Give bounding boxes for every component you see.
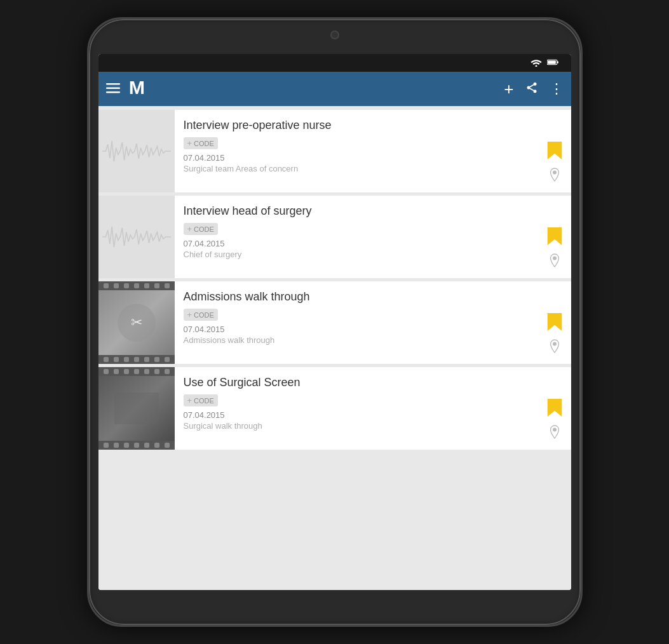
item-subtitle-1: Chief of surgery [184,250,539,259]
camera [330,30,339,39]
item-actions-1 [546,196,571,278]
bookmark-icon-1[interactable] [546,226,564,249]
device-wrapper: M + ⋮ [0,0,669,644]
code-badge-2: + CODE [184,309,218,321]
item-title-1: Interview head of surgery [184,205,539,218]
item-thumbnail-3 [98,367,175,450]
code-label-0: CODE [194,140,214,147]
svg-rect-6 [106,91,120,93]
item-info-0: Interview pre-operative nurse + CODE 07.… [175,110,546,192]
add-icon[interactable]: + [504,79,513,99]
code-label-2: CODE [194,311,214,319]
code-badge-3: + CODE [184,394,218,406]
bookmark-icon-0[interactable] [546,140,564,163]
item-subtitle-0: Surgical team Areas of concern [184,164,539,173]
list-item[interactable]: ✂ Admissions walk through + CODE 07.04.2… [98,281,571,364]
svg-rect-3 [548,60,556,64]
item-thumbnail-2: ✂ [98,281,175,364]
code-badge-1: + CODE [184,223,218,235]
status-bar [98,54,571,72]
app-bar: M + ⋮ [98,72,571,106]
bookmark-icon-3[interactable] [546,398,564,420]
code-plus-icon-0: + [187,138,193,148]
item-date-3: 07.04.2015 [184,410,539,420]
svg-line-11 [530,88,534,90]
app-logo: M [126,75,151,104]
item-title-3: Use of Surgical Screen [184,376,539,389]
item-actions-0 [546,110,571,192]
item-thumbnail-0 [98,110,175,192]
item-date-1: 07.04.2015 [184,239,539,248]
share-icon[interactable] [525,81,538,97]
item-thumbnail-1 [98,196,175,278]
item-actions-3 [546,367,571,450]
item-subtitle-2: Admissions walk through [184,335,539,345]
list-item[interactable]: Interview pre-operative nurse + CODE 07.… [98,110,571,192]
code-badge-0: + CODE [184,137,218,149]
location-icon-2[interactable] [548,339,562,358]
item-info-2: Admissions walk through + CODE 07.04.201… [175,281,546,364]
battery-icon [547,58,558,68]
code-plus-icon-2: + [187,310,193,319]
svg-text:M: M [128,76,144,98]
location-icon-0[interactable] [548,167,562,186]
code-label-1: CODE [194,225,214,233]
svg-point-15 [553,342,556,345]
item-actions-2 [546,281,571,364]
app-bar-actions: + ⋮ [504,79,563,99]
code-label-3: CODE [194,397,214,405]
wifi-icon [530,58,542,69]
svg-point-0 [535,65,537,67]
item-info-1: Interview head of surgery + CODE 07.04.2… [175,196,546,278]
svg-point-8 [533,82,536,85]
svg-rect-4 [106,83,120,85]
item-date-0: 07.04.2015 [184,153,539,163]
more-vert-icon[interactable]: ⋮ [550,81,564,97]
item-date-2: 07.04.2015 [184,325,539,334]
location-icon-3[interactable] [548,424,562,443]
item-subtitle-3: Surgical walk through [184,421,539,431]
device-frame: M + ⋮ [87,17,583,627]
content-list: Interview pre-operative nurse + CODE 07.… [98,106,571,590]
item-title-0: Interview pre-operative nurse [184,119,539,132]
svg-point-9 [527,86,530,89]
screen-area: M + ⋮ [98,54,571,590]
location-icon-1[interactable] [548,253,562,272]
code-plus-icon-3: + [187,396,193,405]
list-item[interactable]: Use of Surgical Screen + CODE 07.04.2015… [98,367,571,450]
svg-point-13 [553,171,556,174]
svg-point-14 [553,257,556,260]
svg-point-16 [553,428,556,431]
svg-point-10 [533,90,536,93]
hamburger-icon[interactable] [106,82,120,97]
svg-line-12 [530,84,534,86]
svg-rect-5 [106,87,120,89]
code-plus-icon-1: + [187,224,193,234]
svg-rect-2 [557,61,558,63]
bookmark-icon-2[interactable] [546,312,564,335]
item-info-3: Use of Surgical Screen + CODE 07.04.2015… [175,367,546,450]
list-item[interactable]: Interview head of surgery + CODE 07.04.2… [98,196,571,278]
item-title-2: Admissions walk through [184,290,539,304]
